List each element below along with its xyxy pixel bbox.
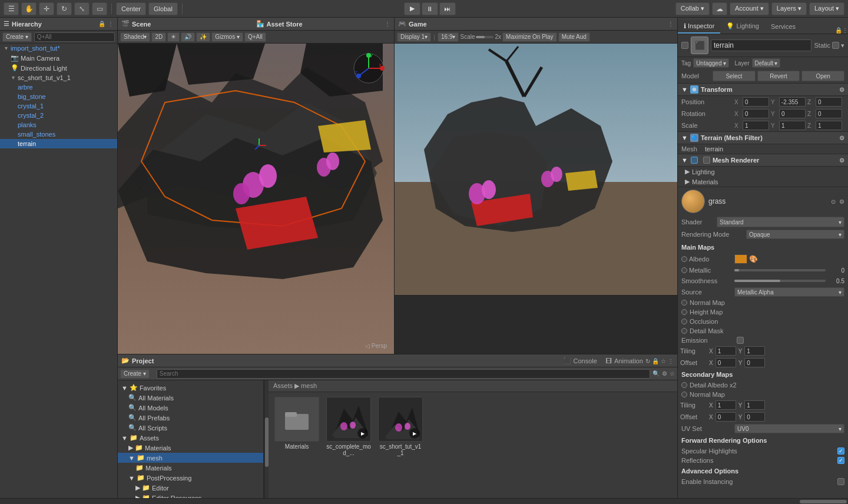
static-checkbox[interactable]	[832, 42, 839, 49]
tree-mesh[interactable]: ▼ 📁 mesh	[118, 453, 263, 463]
rendering-mode-dropdown[interactable]: Opaque ▾	[746, 230, 844, 239]
color-picker-icon[interactable]: 🎨	[749, 255, 758, 263]
fx-btn[interactable]: ✨	[196, 32, 210, 42]
tree-postprocessing[interactable]: ▼ 📁 PostProcessing	[118, 473, 263, 483]
specular-checkbox[interactable]: ✓	[837, 447, 844, 455]
tree-all-prefabs[interactable]: 🔍 All Prefabs	[118, 413, 263, 423]
shader-dropdown[interactable]: Standard ▾	[717, 217, 844, 227]
aspect-btn[interactable]: 16:9▾	[438, 32, 459, 42]
lighting-sub-header[interactable]: ▶ Lighting	[678, 167, 848, 177]
shading-dropdown[interactable]: Shaded▾	[120, 32, 150, 42]
project-star-btn[interactable]: ☆	[661, 358, 666, 364]
tree-all-scripts[interactable]: 🔍 All Scripts	[118, 423, 263, 433]
cloud-btn[interactable]: ☁	[712, 2, 727, 15]
scale-z-input[interactable]	[816, 121, 842, 130]
mute-btn[interactable]: Mute Aud	[558, 32, 590, 42]
scene-menu-btn[interactable]: ⋮	[385, 21, 390, 27]
rotation-z-input[interactable]	[816, 109, 842, 118]
offset2-x-input[interactable]	[716, 412, 736, 422]
step-button[interactable]: ⏭	[439, 2, 456, 15]
mesh-renderer-header[interactable]: ▼ Mesh Renderer ⚙	[678, 154, 848, 167]
hierarchy-item-1[interactable]: 📷 Main Camera	[0, 53, 117, 63]
maximize-play-btn[interactable]: Maximize On Play	[502, 32, 557, 42]
tiling2-x-input[interactable]	[716, 400, 736, 410]
material-menu-btn[interactable]: ⚙	[839, 198, 844, 205]
star-icon[interactable]: ☆	[670, 370, 675, 377]
position-z-input[interactable]	[816, 97, 842, 107]
hierarchy-item-5[interactable]: big_stone	[0, 92, 117, 101]
rotation-y-input[interactable]	[779, 109, 806, 118]
tiling2-y-input[interactable]	[744, 400, 765, 410]
offset-y-input[interactable]	[744, 358, 765, 367]
unity-icon-btn[interactable]: ☰	[4, 2, 19, 15]
position-y-input[interactable]	[779, 97, 806, 107]
tag-dropdown[interactable]: Untagged▾	[693, 58, 728, 68]
hierarchy-menu-btn[interactable]: ⋮	[108, 21, 114, 27]
assets-hscrollbar[interactable]	[269, 498, 677, 504]
position-x-input[interactable]	[743, 97, 769, 107]
inspector-lock-btn[interactable]: 🔒	[835, 27, 842, 34]
project-create-btn[interactable]: Create ▾	[120, 369, 150, 379]
rect-tool-btn[interactable]: ▭	[92, 2, 107, 15]
albedo-color-preview[interactable]	[734, 254, 747, 264]
hierarchy-item-9[interactable]: small_stones	[0, 130, 117, 139]
offset-x-input[interactable]	[716, 358, 736, 367]
lighting-tab[interactable]: 💡 Lighting	[720, 20, 765, 34]
hierarchy-lock-btn[interactable]: 🔒	[98, 21, 105, 27]
asset-materials[interactable]: Materials	[273, 397, 320, 450]
tree-assets[interactable]: ▼ 📁 Assets	[118, 433, 263, 443]
scale-x-input[interactable]	[743, 121, 769, 130]
instancing-checkbox[interactable]	[837, 478, 844, 485]
project-search[interactable]	[157, 369, 650, 379]
project-scrollbar[interactable]	[264, 380, 269, 504]
filter-icon[interactable]: ⚙	[662, 370, 667, 377]
project-lock-btn[interactable]: 🔒	[652, 358, 659, 364]
transform-header[interactable]: ▼ ⊕ Transform ⚙	[678, 83, 848, 96]
layer-dropdown[interactable]: Default▾	[752, 58, 781, 68]
revert-btn[interactable]: Revert	[757, 71, 800, 81]
audio-btn[interactable]: 🔊	[181, 32, 195, 42]
collab-btn[interactable]: Collab ▾	[675, 2, 710, 15]
select-btn[interactable]: Select	[713, 71, 756, 81]
inspector-tab[interactable]: ℹ Inspector	[678, 20, 720, 34]
layout-btn[interactable]: Layout ▾	[809, 2, 844, 15]
metallic-slider[interactable]: 0	[734, 267, 844, 274]
gizmos-btn[interactable]: Gizmos ▾	[211, 32, 243, 42]
tree-mesh-materials[interactable]: 📁 Materials	[118, 463, 263, 473]
tiling-x-input[interactable]	[716, 346, 736, 356]
scene-search-btn[interactable]: Q+All	[244, 32, 266, 42]
layers-btn[interactable]: Layers ▾	[771, 2, 807, 15]
tree-all-materials[interactable]: 🔍 All Materials	[118, 393, 263, 403]
hierarchy-create-btn[interactable]: Create ▾	[2, 32, 32, 42]
hierarchy-item-8[interactable]: planks	[0, 120, 117, 130]
pause-button[interactable]: ⏸	[422, 2, 438, 15]
hierarchy-item-2[interactable]: 💡 Directional Light	[0, 63, 117, 73]
transform-menu[interactable]: ⚙	[839, 87, 844, 93]
materials-sub-header[interactable]: ▶ Materials	[678, 177, 848, 187]
terrain-mesh-filter-header[interactable]: ▼ 🔷 Terrain (Mesh Filter) ⚙	[678, 131, 848, 144]
tree-materials[interactable]: ▶ 📁 Materials	[118, 443, 263, 453]
hand-tool-btn[interactable]: ✋	[21, 2, 37, 15]
scale-y-input[interactable]	[779, 121, 806, 130]
lighting-btn[interactable]: ☀	[167, 32, 180, 42]
game-menu-btn[interactable]: ⋮	[668, 21, 674, 27]
object-name-input[interactable]	[711, 39, 811, 51]
uv-set-dropdown[interactable]: UV0 ▾	[734, 424, 844, 433]
rotate-tool-btn[interactable]: ↻	[57, 2, 72, 15]
asset-sc-short[interactable]: ▶ sc_short_tut_v1_1	[377, 397, 424, 456]
smoothness-slider[interactable]: 0.5	[734, 278, 844, 284]
2d-btn[interactable]: 2D	[151, 32, 166, 42]
hierarchy-item-0[interactable]: ▼ import_short_tut*	[0, 44, 117, 53]
asset-sc-complete[interactable]: ▶ sc_complete_mod_...	[325, 397, 372, 456]
account-btn[interactable]: Account ▾	[730, 2, 769, 15]
display-btn[interactable]: Display 1▾	[397, 32, 431, 42]
hierarchy-item-10[interactable]: terrain	[0, 139, 117, 148]
tree-editor[interactable]: ▶ 📁 Editor	[118, 483, 263, 493]
hierarchy-search[interactable]	[34, 32, 115, 42]
emission-checkbox[interactable]	[737, 337, 744, 344]
tree-all-models[interactable]: 🔍 All Models	[118, 403, 263, 413]
material-select-btn[interactable]: ⊙	[831, 198, 836, 205]
global-btn[interactable]: Global	[148, 2, 178, 15]
move-tool-btn[interactable]: ✛	[39, 2, 54, 15]
mesh-renderer-menu[interactable]: ⚙	[839, 157, 844, 164]
